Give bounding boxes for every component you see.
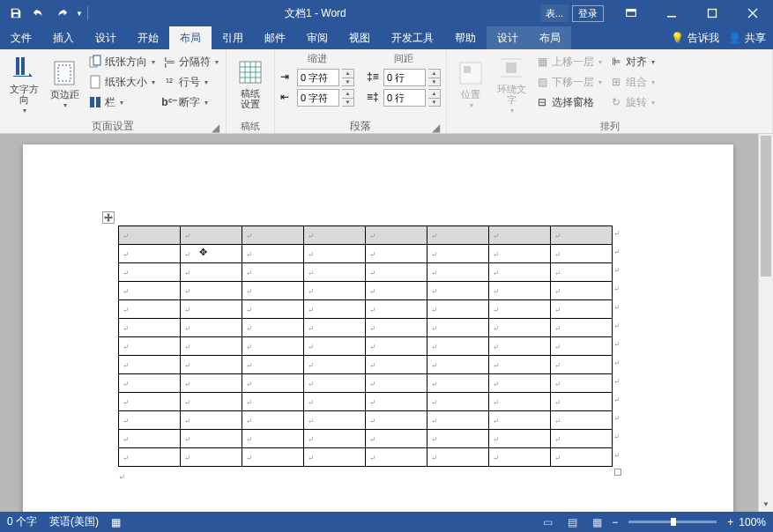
table-cell[interactable]: ⤶: [181, 411, 242, 430]
tab-insert[interactable]: 插入: [42, 26, 85, 49]
breaks-button[interactable]: ¦═分隔符▾: [160, 52, 220, 71]
table-cell[interactable]: ⤶⤶: [551, 411, 613, 430]
table-cell[interactable]: ⤶⤶: [551, 300, 613, 319]
table-cell[interactable]: ⤶: [489, 374, 551, 393]
close-button[interactable]: [732, 0, 773, 26]
orientation-button[interactable]: 纸张方向▾: [86, 52, 157, 71]
table-row[interactable]: ⤶⤶⤶⤶⤶⤶⤶⤶⤶: [119, 356, 613, 374]
save-button[interactable]: [5, 3, 26, 24]
table-cell[interactable]: ⤶: [119, 337, 181, 356]
space-before-input[interactable]: [383, 69, 426, 86]
scroll-down-button[interactable]: ▼: [759, 497, 773, 512]
table-cell[interactable]: ⤶: [304, 226, 366, 245]
table-cell[interactable]: ⤶: [119, 245, 181, 263]
indent-left-input[interactable]: [297, 69, 339, 86]
table-cell[interactable]: ⤶: [242, 374, 304, 393]
table-cell[interactable]: ⤶: [119, 393, 181, 411]
table-cell[interactable]: ⤶: [366, 263, 427, 282]
manuscript-button[interactable]: 稿纸 设置: [232, 52, 269, 115]
table-cell[interactable]: ⤶: [366, 300, 427, 319]
table-cell[interactable]: ⤶: [489, 356, 551, 374]
table-cell[interactable]: ⤶: [489, 393, 551, 411]
table-cell[interactable]: ⤶: [181, 393, 242, 411]
table-cell[interactable]: ⤶⤶: [551, 448, 613, 467]
table-cell[interactable]: ⤶: [304, 282, 366, 300]
tab-layout[interactable]: 布局: [169, 26, 212, 49]
table-cell[interactable]: ⤶: [366, 430, 427, 448]
table-row[interactable]: ⤶⤶⤶⤶⤶⤶⤶⤶⤶: [119, 300, 613, 319]
table-cell[interactable]: ⤶: [304, 430, 366, 448]
table-cell[interactable]: ⤶: [489, 411, 551, 430]
tab-help[interactable]: 帮助: [444, 26, 487, 49]
redo-button[interactable]: [51, 3, 72, 24]
table-cell[interactable]: ⤶: [489, 300, 551, 319]
undo-button[interactable]: [28, 3, 49, 24]
table-row[interactable]: ⤶⤶⤶⤶⤶⤶⤶⤶⤶: [119, 282, 613, 300]
table-cell[interactable]: ⤶: [489, 245, 551, 263]
table-cell[interactable]: ⤶: [181, 448, 242, 467]
table-cell[interactable]: ⤶: [304, 337, 366, 356]
scroll-thumb[interactable]: [761, 136, 771, 277]
paragraph-launcher[interactable]: ◢: [430, 122, 441, 132]
tab-references[interactable]: 引用: [212, 26, 254, 49]
table-cell[interactable]: ⤶: [304, 411, 366, 430]
table-cell[interactable]: ⤶: [304, 393, 366, 411]
table-row[interactable]: ⤶⤶⤶⤶⤶⤶⤶⤶⤶: [119, 393, 613, 411]
tab-review[interactable]: 审阅: [296, 26, 338, 49]
table-row[interactable]: ⤶⤶⤶⤶⤶⤶⤶⤶⤶: [119, 374, 613, 393]
table-cell[interactable]: ⤶: [119, 411, 181, 430]
table-cell[interactable]: ⤶⤶: [551, 226, 613, 245]
web-layout-button[interactable]: ▦: [587, 514, 606, 530]
tab-table-layout[interactable]: 布局: [529, 26, 571, 49]
login-button[interactable]: 登录: [572, 5, 604, 22]
tab-table-design[interactable]: 设计: [487, 26, 529, 49]
table-cell[interactable]: ⤶⤶: [551, 430, 613, 448]
indent-right-spinner[interactable]: ⇤▲▼: [280, 88, 354, 107]
table-cell[interactable]: ⤶⤶: [551, 263, 613, 282]
table-cell[interactable]: ⤶: [489, 337, 551, 356]
table-cell[interactable]: ⤶: [427, 319, 489, 337]
table-cell[interactable]: ⤶: [489, 282, 551, 300]
table-row[interactable]: ⤶⤶⤶⤶⤶⤶⤶⤶⤶: [119, 411, 613, 430]
table-cell[interactable]: ⤶: [427, 430, 489, 448]
hyphenation-button[interactable]: bᶜ⁻断字▾: [160, 92, 220, 112]
table-cell[interactable]: ⤶: [304, 356, 366, 374]
table-cell[interactable]: ⤶: [366, 282, 427, 300]
table-cell[interactable]: ⤶: [489, 430, 551, 448]
table-cell[interactable]: ⤶: [119, 430, 181, 448]
table-cell[interactable]: ⤶: [242, 393, 304, 411]
table-cell[interactable]: ⤶: [304, 300, 366, 319]
table-row[interactable]: ⤶⤶⤶⤶⤶⤶⤶⤶⤶: [119, 430, 613, 448]
table-cell[interactable]: ⤶: [489, 448, 551, 467]
table-row[interactable]: ⤶⤶⤶⤶⤶⤶⤶⤶⤶: [119, 319, 613, 337]
page[interactable]: ⤶⤶⤶⤶⤶⤶⤶⤶⤶⤶⤶⤶⤶⤶⤶⤶⤶⤶⤶⤶⤶⤶⤶⤶⤶⤶⤶⤶⤶⤶⤶⤶⤶⤶⤶⤶⤶⤶⤶⤶…: [23, 144, 733, 512]
table-cell[interactable]: ⤶: [242, 356, 304, 374]
table-cell[interactable]: ⤶: [427, 356, 489, 374]
tab-developer[interactable]: 开发工具: [381, 26, 444, 49]
word-count[interactable]: 0 个字: [7, 514, 37, 529]
minimize-button[interactable]: [651, 0, 692, 26]
table-cell[interactable]: ⤶: [181, 245, 242, 263]
vertical-scrollbar[interactable]: ▲ ▼: [758, 134, 773, 512]
columns-button[interactable]: 栏▾: [86, 92, 157, 112]
table-move-handle[interactable]: [102, 211, 115, 224]
table-cell[interactable]: ⤶: [242, 282, 304, 300]
table-cell[interactable]: ⤶: [181, 356, 242, 374]
table-cell[interactable]: ⤶: [366, 337, 427, 356]
table-cell[interactable]: ⤶: [366, 226, 427, 245]
table-cell[interactable]: ⤶: [427, 263, 489, 282]
table-cell[interactable]: ⤶: [489, 319, 551, 337]
table-cell[interactable]: ⤶: [119, 374, 181, 393]
share-button[interactable]: 👤共享: [728, 31, 766, 46]
tab-design[interactable]: 设计: [85, 26, 127, 49]
table-cell[interactable]: ⤶: [304, 245, 366, 263]
tab-file[interactable]: 文件: [0, 26, 42, 49]
space-before-spinner[interactable]: ‡≡▲▼: [367, 68, 441, 87]
table-cell[interactable]: ⤶: [366, 448, 427, 467]
table-cell[interactable]: ⤶: [366, 319, 427, 337]
table-row[interactable]: ⤶⤶⤶⤶⤶⤶⤶⤶⤶: [119, 245, 613, 263]
table-cell[interactable]: ⤶: [366, 393, 427, 411]
table-cell[interactable]: ⤶: [242, 263, 304, 282]
indent-left-spinner[interactable]: ⇥▲▼: [280, 68, 354, 87]
table-cell[interactable]: ⤶: [366, 245, 427, 263]
